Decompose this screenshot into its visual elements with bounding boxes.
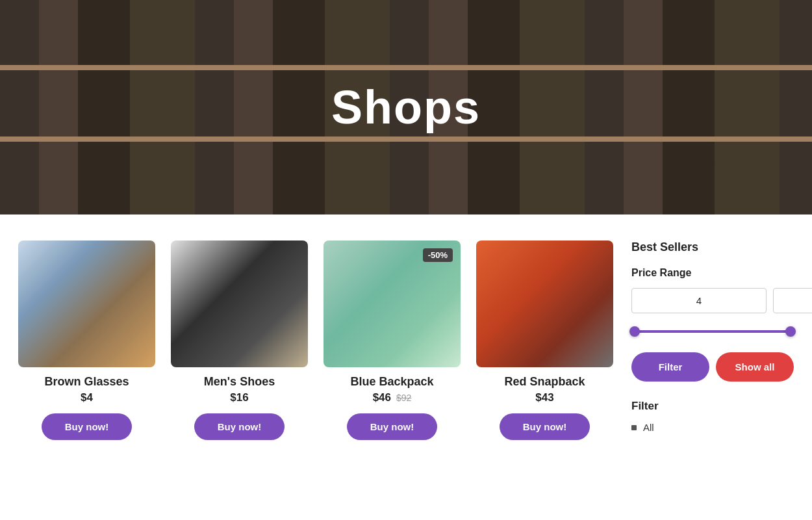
best-sellers-title: Best Sellers xyxy=(631,240,794,254)
filter-button[interactable]: Filter xyxy=(631,352,709,382)
product-grid: Brown Glasses$4Buy now!Men's Shoes$16Buy… xyxy=(18,240,613,440)
sidebar-buttons: Filter Show all xyxy=(631,352,794,382)
product-image-blue-backpack: -50% xyxy=(324,240,461,367)
product-card-red-snapback: Red Snapback$43Buy now! xyxy=(476,240,613,440)
product-price-row-mens-shoes: $16 xyxy=(230,391,248,404)
product-thumbnail-brown-glasses xyxy=(18,240,155,367)
price-max-input[interactable] xyxy=(773,288,812,313)
range-fill xyxy=(635,330,791,333)
buy-button-blue-backpack[interactable]: Buy now! xyxy=(347,413,438,440)
hero-title: Shops xyxy=(331,81,481,134)
product-name-mens-shoes: Men's Shoes xyxy=(204,375,275,389)
main-content: Brown Glasses$4Buy now!Men's Shoes$16Buy… xyxy=(0,214,812,466)
product-card-blue-backpack: -50%Blue Backpack$46$92Buy now! xyxy=(324,240,461,440)
product-image-brown-glasses xyxy=(18,240,155,367)
product-original-price-blue-backpack: $92 xyxy=(396,393,411,403)
product-card-brown-glasses: Brown Glasses$4Buy now! xyxy=(18,240,155,440)
discount-badge-blue-backpack: -50% xyxy=(423,248,453,262)
product-price-brown-glasses: $4 xyxy=(81,391,93,404)
product-price-row-blue-backpack: $46$92 xyxy=(373,391,412,404)
product-price-row-brown-glasses: $4 xyxy=(81,391,93,404)
range-thumb-min[interactable] xyxy=(629,326,640,337)
hero-banner: Shops xyxy=(0,0,812,214)
range-thumb-max[interactable] xyxy=(785,326,796,337)
product-name-brown-glasses: Brown Glasses xyxy=(44,375,129,389)
buy-button-red-snapback[interactable]: Buy now! xyxy=(500,413,590,440)
product-name-red-snapback: Red Snapback xyxy=(504,375,585,389)
buy-button-mens-shoes[interactable]: Buy now! xyxy=(194,413,285,440)
sidebar: Best Sellers Price Range Filter Show all… xyxy=(631,240,794,440)
price-range-label: Price Range xyxy=(631,267,794,279)
product-image-red-snapback xyxy=(476,240,613,367)
product-price-mens-shoes: $16 xyxy=(230,391,248,404)
product-name-blue-backpack: Blue Backpack xyxy=(350,375,433,389)
filter-option-all[interactable]: All xyxy=(631,422,794,433)
range-slider[interactable] xyxy=(631,325,794,338)
product-image-mens-shoes xyxy=(171,240,308,367)
product-price-row-red-snapback: $43 xyxy=(535,391,553,404)
show-all-button[interactable]: Show all xyxy=(716,352,794,382)
filter-dot-all xyxy=(631,425,637,430)
filter-section-label: Filter xyxy=(631,400,794,413)
product-price-blue-backpack: $46 xyxy=(373,391,391,404)
filter-label-all: All xyxy=(643,422,654,433)
price-min-input[interactable] xyxy=(631,288,767,313)
product-thumbnail-mens-shoes xyxy=(171,240,308,367)
buy-button-brown-glasses[interactable]: Buy now! xyxy=(42,413,133,440)
price-inputs xyxy=(631,288,794,313)
product-card-mens-shoes: Men's Shoes$16Buy now! xyxy=(171,240,308,440)
product-price-red-snapback: $43 xyxy=(535,391,553,404)
product-thumbnail-red-snapback xyxy=(476,240,613,367)
filter-options: All xyxy=(631,422,794,433)
hero-shelf-top xyxy=(0,65,812,70)
hero-shelf-mid xyxy=(0,136,812,142)
